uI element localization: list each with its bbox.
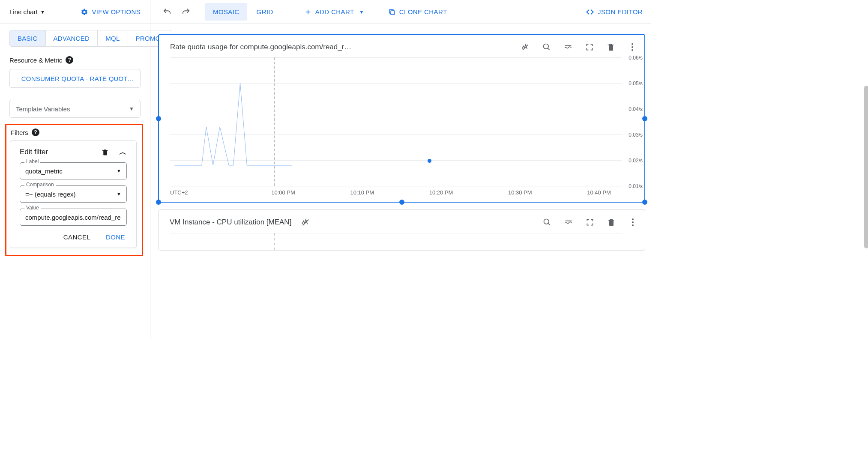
line-series: [170, 57, 622, 186]
add-chart-button[interactable]: ADD CHART ▼: [304, 8, 364, 16]
filter-label-field-value: quota_metric: [25, 167, 117, 175]
y-tick-label: 0.01/s: [629, 183, 643, 189]
plus-icon: [304, 8, 312, 16]
tab-basic[interactable]: BASIC: [10, 30, 45, 46]
zoom-icon[interactable]: [543, 218, 551, 227]
x-axis: [170, 186, 622, 186]
no-anomaly-icon[interactable]: [521, 43, 530, 51]
clone-chart-label: CLONE CHART: [399, 8, 447, 15]
resize-handle-bottom-left[interactable]: [156, 200, 161, 205]
redo-icon[interactable]: [181, 7, 191, 17]
scrollbar-thumb[interactable]: [864, 86, 868, 248]
filters-header: Filters ?: [11, 128, 138, 136]
chart-plot-area: [170, 233, 623, 250]
template-variables-placeholder: Template Variables: [16, 105, 70, 113]
filter-card: Edit filter ︿ Label quota_metric ▼: [10, 140, 137, 248]
chevron-up-icon[interactable]: ︿: [119, 147, 127, 157]
right-panel-body: Rate quota usage for compute.googleapis.…: [150, 24, 651, 339]
code-icon: [586, 8, 594, 16]
layout-tab-mosaic[interactable]: MOSAIC: [205, 3, 247, 21]
x-tick-label: 10:00 PM: [271, 189, 295, 196]
x-tick-label: 10:10 PM: [350, 189, 374, 196]
view-options-button[interactable]: VIEW OPTIONS: [81, 8, 141, 16]
template-variables-select[interactable]: Template Variables ▼: [9, 100, 141, 118]
tab-mql[interactable]: MQL: [97, 30, 127, 46]
resize-handle-bottom-right[interactable]: [642, 200, 647, 205]
legend-icon[interactable]: [564, 43, 572, 51]
svg-point-5: [544, 44, 549, 49]
chart-toolbar: [543, 218, 637, 227]
chart-plot-area: 0.06/s 0.05/s 0.04/s 0.03/s 0.02/s 0.01/…: [170, 57, 622, 186]
y-tick-label: 0.04/s: [629, 106, 643, 112]
filters-label: Filters: [11, 129, 28, 136]
x-axis-labels: UTC+2 10:00 PM 10:10 PM 10:20 PM 10:30 P…: [159, 187, 622, 202]
x-tick-label: 10:20 PM: [429, 189, 453, 196]
view-options-label: VIEW OPTIONS: [92, 8, 141, 15]
left-panel-content: BASIC ADVANCED MQL PROMQL Resource & Met…: [0, 24, 150, 256]
filter-card-title: Edit filter: [20, 148, 48, 156]
filter-comparison-field-value: =~ (equals regex): [25, 191, 117, 198]
resize-handle-bottom-center[interactable]: [399, 200, 404, 205]
layout-tab-grid[interactable]: GRID: [249, 3, 281, 21]
gridline: [170, 233, 623, 233]
resize-handle-left[interactable]: [156, 116, 161, 121]
clone-chart-button[interactable]: CLONE CHART: [388, 8, 447, 16]
filter-comparison-field-label: Comparison: [24, 182, 56, 188]
svg-point-8: [544, 219, 549, 224]
filters-section-highlight: Filters ? Edit filter ︿ Label: [5, 124, 143, 256]
undo-redo-group: [156, 7, 195, 17]
chart-toolbar: [521, 43, 637, 51]
chart-card[interactable]: VM Instance - CPU utilization [MEAN]: [158, 209, 645, 251]
resource-metric-label: Resource & Metric: [9, 57, 62, 64]
zoom-icon[interactable]: [542, 43, 551, 51]
caret-down-icon: ▼: [40, 9, 45, 15]
trash-icon[interactable]: [607, 43, 615, 51]
filter-card-actions: ︿: [102, 147, 127, 157]
kebab-menu-icon[interactable]: [628, 43, 637, 51]
chart-type-dropdown[interactable]: Line chart ▼: [9, 8, 45, 15]
layout-mode-tabs: MOSAIC GRID: [205, 3, 281, 21]
add-chart-label: ADD CHART: [315, 8, 354, 15]
right-panel: MOSAIC GRID ADD CHART ▼ CLONE CHART JSON…: [150, 0, 651, 339]
trash-icon[interactable]: [102, 148, 109, 156]
bar-chart-icon: [16, 75, 16, 82]
metric-selector[interactable]: CONSUMER QUOTA - RATE QUOT…: [9, 69, 141, 88]
caret-down-icon: ▼: [359, 9, 364, 15]
query-mode-tabs: BASIC ADVANCED MQL PROMQL: [9, 30, 172, 47]
filter-value-field-label: Value: [24, 205, 41, 211]
x-tick-label: 10:30 PM: [508, 189, 532, 196]
filter-comparison-select[interactable]: Comparison =~ (equals regex) ▼: [20, 185, 127, 203]
right-panel-top: MOSAIC GRID ADD CHART ▼ CLONE CHART JSON…: [150, 0, 651, 24]
cancel-button[interactable]: CANCEL: [63, 233, 90, 241]
fullscreen-icon[interactable]: [585, 43, 594, 51]
undo-icon[interactable]: [162, 7, 172, 17]
chart-title: VM Instance - CPU utilization [MEAN]: [170, 218, 291, 227]
caret-down-icon: ▼: [129, 106, 134, 112]
x-tick-label: 10:40 PM: [587, 189, 611, 196]
trash-icon[interactable]: [607, 218, 616, 227]
tab-advanced[interactable]: ADVANCED: [45, 30, 98, 46]
filter-label-select[interactable]: Label quota_metric ▼: [20, 162, 127, 179]
no-anomaly-icon[interactable]: [301, 218, 310, 227]
kebab-menu-icon[interactable]: [629, 218, 637, 227]
help-icon[interactable]: ?: [32, 128, 39, 136]
filter-value-input[interactable]: Value compute.googleapis.com/read_req: [20, 209, 127, 226]
left-panel-top: Line chart ▼ VIEW OPTIONS: [0, 0, 150, 24]
done-button[interactable]: DONE: [106, 233, 125, 241]
json-editor-label: JSON EDITOR: [598, 8, 643, 15]
gear-icon: [81, 8, 88, 16]
resize-handle-right[interactable]: [642, 116, 647, 121]
filter-card-header: Edit filter ︿: [20, 147, 127, 157]
legend-icon[interactable]: [564, 218, 573, 227]
help-icon[interactable]: ?: [66, 56, 73, 64]
chart-card-header: VM Instance - CPU utilization [MEAN]: [159, 210, 645, 230]
chart-card-header: Rate quota usage for compute.googleapis.…: [159, 35, 644, 55]
filter-card-buttons: CANCEL DONE: [20, 233, 127, 241]
json-editor-button[interactable]: JSON EDITOR: [586, 8, 643, 16]
filter-label-field-label: Label: [24, 158, 40, 164]
y-tick-label: 0.05/s: [629, 81, 643, 87]
fullscreen-icon[interactable]: [586, 218, 594, 227]
left-panel: Line chart ▼ VIEW OPTIONS BASIC ADVANCED…: [0, 0, 150, 339]
y-tick-label: 0.02/s: [629, 158, 643, 164]
chart-card-selected[interactable]: Rate quota usage for compute.googleapis.…: [158, 34, 645, 203]
